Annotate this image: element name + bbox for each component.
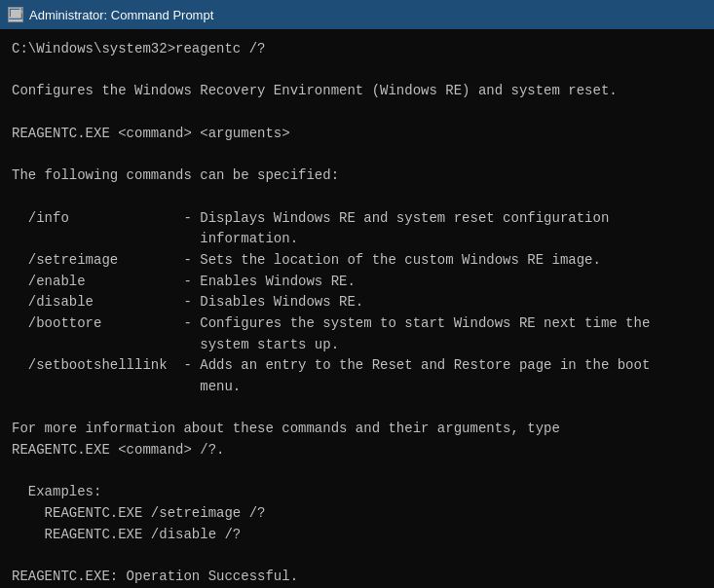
usage-line: REAGENTC.EXE <command> <arguments> bbox=[12, 124, 702, 145]
svg-text:C:\: C:\ bbox=[11, 10, 22, 18]
title-bar-text: Administrator: Command Prompt bbox=[29, 8, 213, 22]
success-line: REAGENTC.EXE: Operation Successful. bbox=[12, 567, 702, 588]
title-bar: C:\ Administrator: Command Prompt bbox=[0, 0, 714, 29]
description-line: Configures the Windows Recovery Environm… bbox=[12, 81, 702, 102]
more-line-2: REAGENTC.EXE <command> /?. bbox=[12, 440, 702, 461]
examples-header: Examples: bbox=[12, 482, 702, 503]
prompt-line: C:\Windows\system32>reagentc /? bbox=[12, 39, 702, 60]
command-enable: /enable - Enables Windows RE. bbox=[12, 272, 702, 293]
command-setbootshelllink: /setbootshelllink - Adds an entry to the… bbox=[12, 355, 702, 397]
more-line-1: For more information about these command… bbox=[12, 419, 702, 440]
title-bar-icon: C:\ bbox=[8, 7, 23, 22]
command-disable: /disable - Disables Windows RE. bbox=[12, 292, 702, 313]
commands-header: The following commands can be specified: bbox=[12, 165, 702, 187]
command-setreimage: /setreimage - Sets the location of the c… bbox=[12, 250, 702, 272]
terminal-body: C:\Windows\system32>reagentc /? Configur… bbox=[0, 29, 714, 588]
example-2: REAGENTC.EXE /disable /? bbox=[12, 525, 702, 546]
command-info: /info - Displays Windows RE and system r… bbox=[12, 208, 702, 250]
example-1: REAGENTC.EXE /setreimage /? bbox=[12, 503, 702, 525]
command-boottore: /boottore - Configures the system to sta… bbox=[12, 313, 702, 355]
